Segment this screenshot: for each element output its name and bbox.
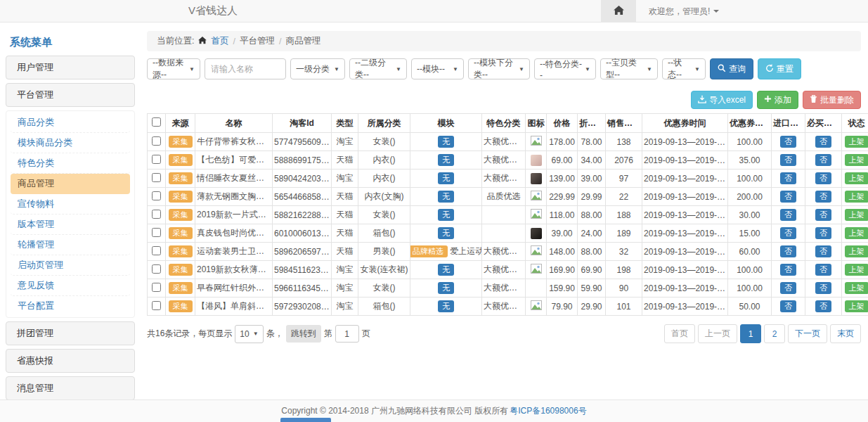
icp-link[interactable]: 粤ICP备16098006号 xyxy=(510,405,586,417)
status-toggle[interactable]: 上架 xyxy=(845,282,868,294)
row-checkbox[interactable] xyxy=(152,246,161,255)
must-buy-toggle[interactable]: 否 xyxy=(815,209,831,221)
must-buy-toggle[interactable]: 否 xyxy=(815,191,831,203)
sidebar-subitem-特色分类[interactable]: 特色分类 xyxy=(11,153,130,174)
import-pick-toggle[interactable]: 否 xyxy=(780,191,796,203)
module-badge[interactable]: 无 xyxy=(438,154,454,166)
breadcrumb-separator: / xyxy=(233,37,235,46)
breadcrumb-home-link[interactable]: 首页 xyxy=(211,35,228,47)
sidebar-item-消息管理[interactable]: 消息管理 xyxy=(6,376,135,400)
page-button-1[interactable]: 1 xyxy=(740,324,761,343)
sidebar-subitem-版本管理[interactable]: 版本管理 xyxy=(11,215,130,235)
sidebar-subitem-平台配置[interactable]: 平台配置 xyxy=(11,296,130,316)
import-pick-toggle[interactable]: 否 xyxy=(780,282,796,294)
module-badge[interactable]: 无 xyxy=(438,209,454,221)
page-button-首页[interactable]: 首页 xyxy=(664,324,695,343)
page-number-input[interactable] xyxy=(335,325,359,343)
import-pick-toggle[interactable]: 否 xyxy=(780,172,796,184)
sidebar-item-用户管理[interactable]: 用户管理 xyxy=(6,56,135,79)
feature-cell: 大额优惠券 xyxy=(482,170,526,188)
import-pick-toggle[interactable]: 否 xyxy=(780,136,796,148)
row-checkbox[interactable] xyxy=(152,210,161,219)
module-badge[interactable]: 无 xyxy=(438,264,454,276)
module-select[interactable]: --模块--▼ xyxy=(411,58,464,79)
jump-button[interactable]: 跳转到 xyxy=(286,325,321,343)
must-buy-toggle[interactable]: 否 xyxy=(815,282,831,294)
module-badge[interactable]: 无 xyxy=(438,300,454,312)
status-toggle[interactable]: 上架 xyxy=(845,264,868,276)
status-toggle[interactable]: 上架 xyxy=(845,154,868,166)
select-all-checkbox[interactable] xyxy=(152,117,161,127)
import-pick-toggle[interactable]: 否 xyxy=(780,300,796,312)
module-badge[interactable]: 无 xyxy=(438,227,454,239)
sidebar-item-拼团管理[interactable]: 拼团管理 xyxy=(6,321,135,345)
page-button-2[interactable]: 2 xyxy=(764,324,785,343)
must-buy-toggle[interactable]: 否 xyxy=(815,136,831,148)
status-toggle[interactable]: 上架 xyxy=(845,172,868,184)
module-badge[interactable]: 无 xyxy=(438,191,454,203)
status-toggle[interactable]: 上架 xyxy=(845,209,868,221)
level2-category-select[interactable]: --二级分类--▼ xyxy=(349,58,407,79)
row-checkbox[interactable] xyxy=(152,264,161,274)
row-checkbox[interactable] xyxy=(152,191,161,200)
chevron-down-icon: ▼ xyxy=(585,66,590,72)
import-pick-toggle[interactable]: 否 xyxy=(780,209,796,221)
sidebar-subitem-商品管理[interactable]: 商品管理 xyxy=(11,174,130,194)
must-buy-toggle[interactable]: 否 xyxy=(815,172,831,184)
row-checkbox[interactable] xyxy=(152,301,161,310)
status-cell: 上架 xyxy=(842,133,868,151)
must-buy-toggle[interactable]: 否 xyxy=(815,264,831,276)
import-pick-toggle[interactable]: 否 xyxy=(780,245,796,257)
chevron-down-icon: ▼ xyxy=(647,66,652,72)
status-toggle[interactable]: 上架 xyxy=(845,245,868,257)
page-button-上一页[interactable]: 上一页 xyxy=(698,324,737,343)
row-checkbox[interactable] xyxy=(152,228,161,237)
item-type-select[interactable]: --宝贝类型--▼ xyxy=(600,58,658,79)
level1-category-select[interactable]: 一级分类▼ xyxy=(290,58,345,79)
module-badge[interactable]: 品牌精选 xyxy=(410,245,448,257)
status-toggle[interactable]: 上架 xyxy=(845,300,868,312)
must-buy-toggle[interactable]: 否 xyxy=(815,154,831,166)
import-pick-toggle[interactable]: 否 xyxy=(780,154,796,166)
row-checkbox[interactable] xyxy=(152,283,161,292)
module-badge[interactable]: 无 xyxy=(438,136,454,148)
page-button-下一页[interactable]: 下一页 xyxy=(788,324,827,343)
module-subcategory-select[interactable]: --模块下分类--▼ xyxy=(468,58,530,79)
sidebar-subitem-模块商品分类[interactable]: 模块商品分类 xyxy=(11,133,130,153)
user-menu[interactable]: 欢迎您，管理员! xyxy=(636,0,732,23)
sidebar-subitem-启动页管理[interactable]: 启动页管理 xyxy=(11,255,130,276)
batch-delete-button[interactable]: 批量删除 xyxy=(803,91,861,109)
query-button[interactable]: 查询 xyxy=(710,58,753,79)
status-toggle[interactable]: 上架 xyxy=(845,227,868,239)
sidebar-item-省惠快报[interactable]: 省惠快报 xyxy=(6,349,135,373)
import-pick-toggle[interactable]: 否 xyxy=(780,264,796,276)
status-toggle[interactable]: 上架 xyxy=(845,191,868,203)
module-badge[interactable]: 无 xyxy=(438,172,454,184)
breadcrumb-item-platform: 平台管理 xyxy=(240,35,275,47)
import-excel-button[interactable]: 导入excel xyxy=(691,91,753,109)
sidebar-subitem-宣传物料[interactable]: 宣传物料 xyxy=(11,194,130,215)
name-input[interactable] xyxy=(205,58,286,79)
page-button-末页[interactable]: 末页 xyxy=(830,324,861,343)
row-checkbox[interactable] xyxy=(152,136,161,146)
sidebar-subitem-轮播管理[interactable]: 轮播管理 xyxy=(11,235,130,255)
must-buy-toggle[interactable]: 否 xyxy=(815,227,831,239)
must-buy-toggle[interactable]: 否 xyxy=(815,300,831,312)
reset-button[interactable]: 重置 xyxy=(758,58,801,79)
per-page-select[interactable]: 10 ▼ xyxy=(235,325,263,343)
sidebar-item-平台管理[interactable]: 平台管理 xyxy=(6,83,135,107)
sidebar-subitem-意见反馈[interactable]: 意见反馈 xyxy=(11,276,130,296)
row-checkbox[interactable] xyxy=(152,173,161,182)
status-select[interactable]: --状态--▼ xyxy=(662,58,706,79)
import-pick-cell: 否 xyxy=(772,279,805,298)
sidebar-subitem-商品分类[interactable]: 商品分类 xyxy=(11,113,130,133)
add-button[interactable]: 添加 xyxy=(757,91,798,109)
must-buy-toggle[interactable]: 否 xyxy=(815,245,831,257)
module-badge[interactable]: 无 xyxy=(438,282,454,294)
import-pick-toggle[interactable]: 否 xyxy=(780,227,796,239)
home-button[interactable] xyxy=(601,0,636,23)
row-checkbox[interactable] xyxy=(152,155,161,164)
status-toggle[interactable]: 上架 xyxy=(845,136,868,148)
data-source-select[interactable]: --数据来源--▼ xyxy=(147,58,200,79)
feature-category-select[interactable]: --特色分类--▼ xyxy=(534,58,596,79)
